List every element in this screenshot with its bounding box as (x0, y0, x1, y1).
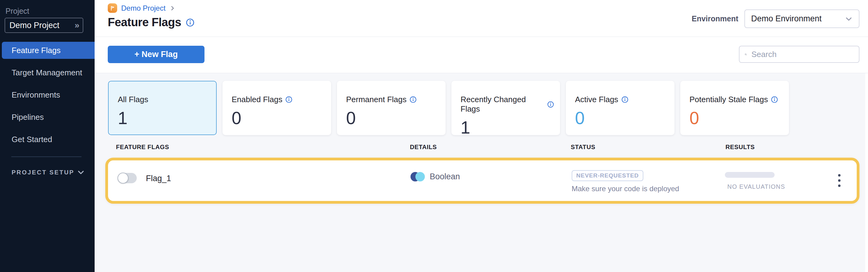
stat-card-label: Potentially Stale Flags (689, 95, 768, 104)
sidebar-item-label: Target Management (11, 68, 82, 77)
stat-card-recently-changed-flags[interactable]: Recently Changed Flags 1 (452, 81, 560, 135)
search-icon (745, 50, 747, 59)
sidebar-item-environments[interactable]: Environments (0, 86, 95, 103)
info-icon[interactable] (771, 96, 778, 103)
sidebar-item-label: Get Started (11, 135, 52, 144)
status-message: Make sure your code is deployed (572, 184, 679, 193)
project-setup-toggle[interactable]: PROJECT SETUP (11, 168, 85, 176)
stat-card-permanent-flags[interactable]: Permanent Flags 0 (337, 81, 445, 135)
stats-cards: All Flags 1 Enabled Flags 0 Permanent Fl… (108, 81, 789, 135)
stat-card-potentially-stale-flags[interactable]: Potentially Stale Flags 0 (680, 81, 789, 135)
toolbar: + New Flag (95, 37, 868, 73)
search-input[interactable] (751, 50, 854, 59)
info-icon[interactable] (285, 96, 292, 103)
stat-card-value: 0 (575, 108, 669, 128)
stat-card-value: 1 (461, 117, 554, 138)
environment-label: Environment (691, 14, 738, 23)
sidebar-item-target-management[interactable]: Target Management (0, 64, 95, 81)
sidebar: Project Demo Project » Feature Flags Tar… (0, 0, 95, 272)
project-selector-value: Demo Project (9, 21, 60, 30)
project-section-label: Project (5, 7, 29, 15)
feature-flags-module-icon (108, 3, 117, 13)
stat-card-label: Recently Changed Flags (461, 95, 544, 114)
scrollbar-track[interactable] (865, 73, 868, 272)
main-content: All Flags 1 Enabled Flags 0 Permanent Fl… (95, 73, 868, 272)
column-header-feature-flags: FEATURE FLAGS (116, 144, 169, 150)
sidebar-item-get-started[interactable]: Get Started (0, 131, 95, 148)
stat-card-all-flags[interactable]: All Flags 1 (108, 81, 217, 135)
page-title: Feature Flags (108, 16, 181, 29)
kebab-dot (838, 179, 840, 182)
sidebar-divider (11, 157, 82, 157)
search-box[interactable] (739, 46, 860, 63)
double-chevron-right-icon[interactable]: » (74, 21, 79, 30)
stat-card-value: 1 (118, 108, 210, 128)
info-icon[interactable] (621, 96, 628, 103)
page-header: Demo Project Feature Flags Environment D… (95, 0, 868, 37)
stat-card-value: 0 (346, 108, 439, 128)
flag-type-cell: Boolean (410, 172, 460, 181)
stat-card-value: 0 (231, 108, 325, 128)
sidebar-item-feature-flags[interactable]: Feature Flags (2, 42, 95, 59)
flag-type-label: Boolean (430, 172, 460, 181)
flag-name[interactable]: Flag_1 (146, 174, 171, 183)
chevron-down-icon (845, 15, 853, 23)
breadcrumb-project-link[interactable]: Demo Project (121, 4, 165, 12)
title-row: Feature Flags (108, 16, 194, 29)
flag-toggle[interactable] (118, 173, 137, 183)
sidebar-nav: Feature Flags Target Management Environm… (0, 42, 95, 153)
breadcrumb: Demo Project (108, 3, 176, 13)
info-icon[interactable] (547, 101, 554, 108)
row-options-menu-button[interactable] (832, 170, 847, 192)
info-icon[interactable] (410, 96, 416, 103)
evaluations-label: NO EVALUATIONS (727, 183, 785, 190)
kebab-dot (838, 174, 840, 176)
column-header-details: DETAILS (410, 144, 437, 150)
kebab-dot (838, 184, 840, 187)
stat-card-label: Enabled Flags (231, 95, 282, 104)
stat-card-active-flags[interactable]: Active Flags 0 (566, 81, 675, 135)
project-setup-label: PROJECT SETUP (11, 169, 74, 176)
toggle-knob (118, 173, 128, 183)
project-selector[interactable]: Demo Project » (5, 18, 83, 33)
stat-card-label: All Flags (118, 95, 148, 104)
column-header-results: RESULTS (725, 144, 755, 150)
table-row[interactable]: Flag_1 Boolean NEVER-REQUESTED Make sure… (105, 158, 860, 204)
environment-select[interactable]: Demo Environment (744, 9, 860, 28)
sidebar-item-label: Environments (11, 90, 60, 100)
app-window: Project Demo Project » Feature Flags Tar… (0, 0, 868, 272)
stat-card-value: 0 (689, 108, 783, 128)
sidebar-item-label: Pipelines (11, 112, 44, 122)
status-badge: NEVER-REQUESTED (572, 170, 643, 181)
chevron-right-icon (169, 5, 176, 11)
sidebar-item-pipelines[interactable]: Pipelines (0, 108, 95, 126)
column-header-status: STATUS (571, 144, 595, 150)
evaluations-progress-bar (725, 172, 775, 178)
stat-card-label: Permanent Flags (346, 95, 406, 104)
environment-picker: Environment Demo Environment (691, 9, 860, 28)
boolean-type-icon (410, 172, 425, 181)
sidebar-item-label: Feature Flags (11, 46, 60, 55)
environment-select-value: Demo Environment (751, 14, 822, 24)
info-icon[interactable] (186, 18, 194, 27)
stat-card-enabled-flags[interactable]: Enabled Flags 0 (222, 81, 331, 135)
stat-card-label: Active Flags (575, 95, 618, 104)
chevron-down-icon (77, 168, 85, 176)
new-flag-button[interactable]: + New Flag (108, 46, 205, 63)
